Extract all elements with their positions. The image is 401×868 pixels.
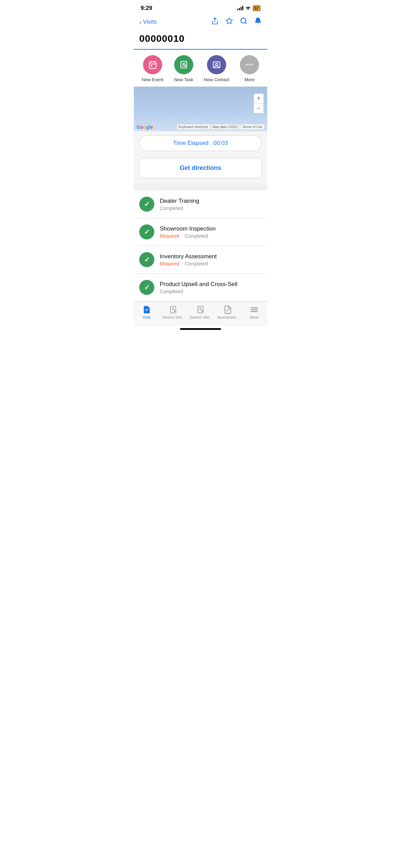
- page-title-bar: 00000010: [134, 30, 267, 50]
- map-zoom-in[interactable]: +: [254, 94, 263, 103]
- check-complete-icon: ✓: [139, 224, 154, 239]
- back-label: Visits: [143, 18, 157, 25]
- status-time: 9:29: [141, 5, 152, 12]
- svg-point-15: [246, 64, 248, 65]
- tab-visits[interactable]: Visits: [137, 305, 157, 319]
- checklist-item[interactable]: ✓ Product Upsell and Cross-Sell Complete…: [134, 274, 267, 301]
- required-badge: Required: [160, 233, 179, 239]
- battery-level: 57: [253, 5, 260, 11]
- keyboard-shortcuts: Keyboard shortcuts: [177, 124, 210, 130]
- checklist-item-status: Completed: [160, 289, 183, 294]
- time-elapsed-pill: Time Elapsed : 00:03: [139, 135, 262, 151]
- checklist-item-status: Completed: [160, 206, 183, 211]
- checklist-item-info: Showroom Inspection Required · Completed: [160, 225, 262, 239]
- wifi-icon: [245, 6, 251, 11]
- checklist-item[interactable]: ✓ Showroom Inspection Required · Complet…: [134, 218, 267, 246]
- new-contact-label: New Contact: [204, 77, 229, 82]
- map-zoom-out[interactable]: −: [254, 103, 263, 113]
- tab-assessment[interactable]: Assessment...: [217, 305, 239, 319]
- new-task-button[interactable]: New Task: [174, 55, 193, 82]
- map-data: Map data ©2023: [210, 124, 240, 130]
- tab-menu[interactable]: Menu: [244, 305, 264, 319]
- new-contact-icon-circle: [207, 55, 226, 74]
- checklist-item-status: Completed: [185, 233, 208, 239]
- tab-generic-visit-1[interactable]: Generic Visit...: [162, 305, 184, 319]
- status-icons: 57: [237, 5, 260, 11]
- svg-point-17: [251, 64, 253, 65]
- nav-actions: [211, 17, 262, 26]
- chevron-left-icon: ‹: [139, 18, 142, 25]
- share-icon[interactable]: [211, 17, 219, 26]
- new-task-icon-circle: [174, 55, 193, 74]
- svg-point-14: [216, 63, 218, 66]
- new-event-button[interactable]: New Event: [142, 55, 164, 82]
- search-icon[interactable]: [240, 17, 247, 26]
- get-directions-container: Get directions: [134, 155, 267, 184]
- map-overlay: Google Keyboard shortcuts Map data ©2023…: [134, 123, 267, 131]
- tab-visits-label: Visits: [143, 315, 151, 319]
- checklist-item-title: Showroom Inspection: [160, 225, 262, 232]
- checklist-section: ✓ Dealer Training Completed ✓ Showroom I…: [134, 184, 267, 301]
- new-contact-button[interactable]: New Contact: [204, 55, 229, 82]
- home-indicator: [134, 326, 267, 331]
- check-complete-icon: ✓: [139, 197, 154, 212]
- bell-icon[interactable]: [254, 17, 262, 26]
- terms-of-use: Terms of Use: [240, 124, 264, 130]
- time-elapsed-text: Time Elapsed : 00:03: [173, 140, 228, 146]
- checklist-item-title: Dealer Training: [160, 198, 262, 204]
- tab-menu-label: Menu: [250, 315, 259, 319]
- checklist-item[interactable]: ✓ Inventory Assessment Required · Comple…: [134, 246, 267, 274]
- map-view: + − Google Keyboard shortcuts Map data ©…: [134, 87, 267, 131]
- checklist-item[interactable]: ✓ Dealer Training Completed: [134, 190, 267, 218]
- new-event-label: New Event: [142, 77, 164, 82]
- svg-line-3: [245, 22, 246, 24]
- svg-marker-1: [226, 18, 232, 24]
- svg-point-16: [249, 64, 250, 65]
- google-logo: Google: [137, 124, 153, 130]
- checklist-item-subtitle: Required · Completed: [160, 233, 262, 239]
- map-zoom-controls[interactable]: + −: [254, 94, 264, 113]
- back-button[interactable]: ‹ Visits: [139, 18, 157, 25]
- checklist-item-title: Product Upsell and Cross-Sell: [160, 281, 262, 288]
- new-task-label: New Task: [174, 77, 193, 82]
- get-directions-button[interactable]: Get directions: [139, 158, 262, 178]
- check-complete-icon: ✓: [139, 280, 154, 295]
- nav-bar: ‹ Visits: [134, 14, 267, 30]
- new-event-icon-circle: [143, 55, 162, 74]
- tab-bar: Visits Generic Visit... Generic Visit...: [134, 301, 267, 326]
- signal-icon: [237, 6, 243, 10]
- checklist-item-subtitle: Completed: [160, 206, 262, 211]
- more-button[interactable]: More: [240, 55, 259, 82]
- checklist-item-info: Product Upsell and Cross-Sell Completed: [160, 281, 262, 294]
- page-title: 00000010: [139, 33, 262, 44]
- tab-generic-visit-2-label: Generic Visit...: [190, 315, 212, 319]
- tab-generic-visit-2[interactable]: Generic Visit...: [190, 305, 212, 319]
- required-badge: Required: [160, 261, 179, 266]
- home-bar: [180, 328, 221, 330]
- checklist-item-subtitle: Completed: [160, 289, 262, 294]
- svg-rect-4: [149, 62, 156, 69]
- status-bar: 9:29 57: [134, 0, 267, 14]
- more-label: More: [245, 77, 255, 82]
- check-complete-icon: ✓: [139, 252, 154, 267]
- star-icon[interactable]: [225, 17, 233, 26]
- map-info-bar: Keyboard shortcuts Map data ©2023 Terms …: [177, 124, 264, 130]
- checklist-item-title: Inventory Assessment: [160, 253, 262, 260]
- action-row: New Event New Task New Contact: [134, 50, 267, 87]
- svg-rect-8: [151, 65, 152, 66]
- checklist-item-subtitle: Required · Completed: [160, 261, 262, 266]
- time-elapsed-container: Time Elapsed : 00:03: [134, 131, 267, 155]
- more-icon-circle: [240, 55, 259, 74]
- checklist-item-info: Inventory Assessment Required · Complete…: [160, 253, 262, 266]
- checklist-item-status: Completed: [185, 261, 208, 266]
- checklist-item-info: Dealer Training Completed: [160, 198, 262, 211]
- get-directions-label: Get directions: [180, 164, 221, 171]
- tab-generic-visit-1-label: Generic Visit...: [162, 315, 184, 319]
- tab-assessment-label: Assessment...: [217, 315, 239, 319]
